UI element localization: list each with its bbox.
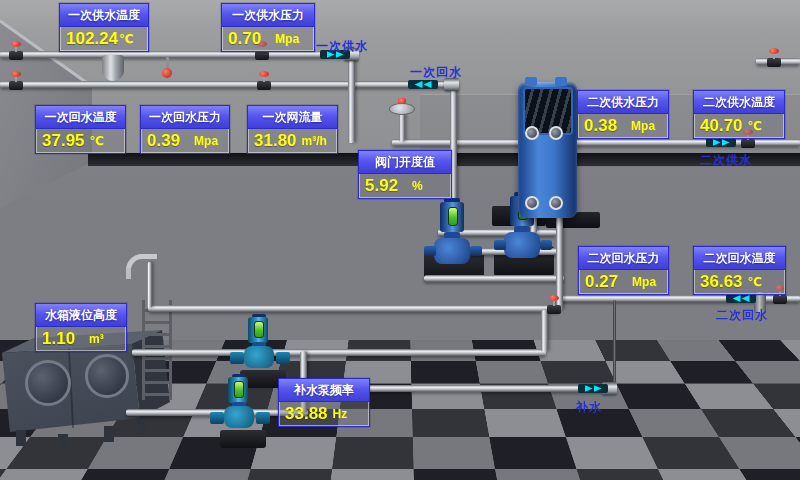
panel-title: 一次回水压力 (141, 106, 229, 129)
pipe-label-makeup: 补水 (576, 399, 602, 416)
flow-direction-icon (408, 80, 438, 89)
panel-value: 5.92 (365, 174, 398, 197)
panel-title: 一次回水温度 (36, 106, 125, 129)
panel-unit: ℃ (90, 134, 105, 148)
panel-secondary-return-temp[interactable]: 二次回水温度 36.63℃ (693, 246, 786, 295)
panel-value: 31.80 (254, 129, 297, 152)
panel-value: 0.39 (147, 129, 180, 152)
panel-title: 一次供水温度 (60, 4, 148, 27)
panel-title: 二次供水温度 (694, 91, 784, 114)
control-valve-actuator[interactable] (398, 98, 406, 104)
panel-primary-return-temp[interactable]: 一次回水温度 37.95℃ (35, 105, 126, 154)
hmi-heating-station-screen: 一次供水 一次回水 二次供水 二次回水 补水 一次供水温度 102.24℃ 一次… (0, 0, 800, 480)
pipe-primary-supply (0, 51, 352, 58)
pipe-makeup-rise (613, 300, 616, 386)
valve-return-left[interactable] (8, 71, 24, 91)
panel-title: 一次供水压力 (222, 4, 314, 27)
panel-unit: Mpa (632, 275, 656, 289)
panel-title: 补水泵频率 (279, 379, 369, 402)
panel-title: 二次回水压力 (579, 247, 668, 270)
panel-unit: m³/h (302, 134, 327, 148)
panel-unit: Mpa (275, 32, 299, 46)
pipe-label-secondary-return: 二次回水 (716, 307, 768, 324)
panel-unit: ℃ (748, 119, 763, 133)
panel-primary-flow[interactable]: 一次网流量 31.80m³/h (247, 105, 338, 154)
panel-valve-opening[interactable]: 阀门开度值 5.92% (358, 150, 452, 199)
pipe-tank-return-line (148, 305, 560, 312)
pipe-makeup-line-1 (132, 349, 546, 356)
panel-primary-supply-temp[interactable]: 一次供水温度 102.24℃ (59, 3, 149, 52)
tank-leg (138, 418, 146, 434)
valve-supply-left[interactable] (8, 41, 24, 61)
pipe-label-primary-supply: 一次供水 (316, 38, 368, 55)
makeup-pump-2[interactable] (212, 374, 272, 446)
panel-value: 0.70 (228, 27, 261, 50)
pipe-label-primary-return: 一次回水 (410, 64, 462, 81)
hx-port (549, 196, 563, 210)
panel-makeup-pump-freq[interactable]: 补水泵频率 33.88Hz (278, 378, 370, 427)
pipe-supply-riser (348, 53, 355, 143)
hx-port (525, 126, 539, 140)
valve-top-right[interactable] (766, 48, 782, 68)
valve-tank-line[interactable] (546, 295, 562, 315)
panel-title: 阀门开度值 (359, 151, 451, 174)
panel-title: 二次回水温度 (694, 247, 785, 270)
pump-running-indicator (234, 381, 244, 398)
panel-value: 1.10 (42, 327, 75, 350)
panel-primary-return-pressure[interactable]: 一次回水压力 0.39Mpa (140, 105, 230, 154)
pump-running-indicator (254, 321, 264, 338)
pipe-label-secondary-supply: 二次供水 (700, 152, 752, 169)
heat-exchanger[interactable] (518, 82, 577, 218)
pump-running-indicator (448, 207, 458, 226)
panel-title: 一次网流量 (248, 106, 337, 129)
panel-unit: Mpa (194, 134, 218, 148)
panel-unit: ℃ (119, 32, 134, 46)
circulation-pump-1[interactable] (420, 198, 490, 286)
pipe-primary-return (0, 81, 452, 88)
flow-direction-icon (578, 384, 608, 393)
tank-manhole-left (25, 360, 71, 406)
hx-top-cap (555, 77, 567, 86)
panel-value: 0.27 (585, 270, 618, 293)
panel-value: 40.70 (700, 114, 743, 137)
panel-value: 36.63 (700, 270, 743, 293)
panel-unit: Mpa (631, 119, 655, 133)
panel-unit: ℃ (748, 275, 763, 289)
tank-leg (58, 434, 68, 448)
panel-unit: % (412, 179, 423, 193)
tank-leg (16, 430, 26, 446)
panel-unit: Hz (333, 407, 348, 421)
panel-secondary-return-pressure[interactable]: 二次回水压力 0.27Mpa (578, 246, 669, 295)
tank-leg (104, 426, 114, 442)
panel-secondary-supply-pressure[interactable]: 二次供水压力 0.38Mpa (577, 90, 669, 139)
panel-value: 37.95 (42, 129, 85, 152)
valve-return-mid[interactable] (256, 71, 272, 91)
panel-value: 102.24 (66, 27, 118, 50)
strainer (102, 55, 124, 81)
hx-port (525, 196, 539, 210)
panel-primary-supply-pressure[interactable]: 一次供水压力 0.70Mpa (221, 3, 315, 52)
panel-value: 33.88 (285, 402, 328, 425)
hx-top-cap (525, 77, 537, 86)
tank-manhole-right (85, 354, 129, 398)
sensor-valve (162, 68, 172, 78)
panel-title: 水箱液位高度 (36, 304, 126, 327)
control-valve-handwheel[interactable] (389, 103, 415, 115)
flow-direction-icon (726, 294, 756, 303)
panel-value: 0.38 (584, 114, 617, 137)
hx-port (549, 126, 563, 140)
panel-secondary-supply-temp[interactable]: 二次供水温度 40.70℃ (693, 90, 785, 139)
panel-title: 二次供水压力 (578, 91, 668, 114)
pipe-to-heat-exchanger (392, 139, 538, 146)
flow-direction-icon (706, 138, 736, 147)
panel-tank-level[interactable]: 水箱液位高度 1.10m³ (35, 303, 127, 352)
panel-unit: m³ (89, 332, 104, 346)
pipe-secondary-supply (556, 139, 800, 146)
gooseneck-spout (126, 268, 131, 279)
pipe-connector (541, 310, 548, 352)
